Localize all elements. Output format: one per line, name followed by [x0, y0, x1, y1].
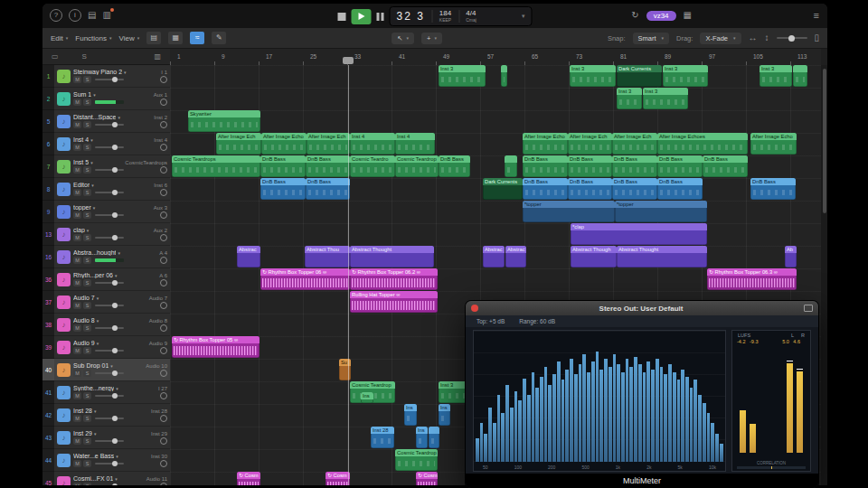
- region[interactable]: DnB Bass: [612, 178, 657, 200]
- region[interactable]: After Image Echo: [750, 133, 797, 155]
- region[interactable]: Abstract Thought: [617, 246, 707, 267]
- lcd-display[interactable]: 32 3 184 KEEP 4/4 Cmaj ▾: [390, 6, 533, 26]
- region[interactable]: [429, 427, 439, 448]
- track-header[interactable]: ♪Water...e Bass▾Inst 30MS: [54, 449, 170, 472]
- mute-button[interactable]: M: [73, 347, 81, 354]
- mute-button[interactable]: M: [73, 166, 81, 174]
- pan-knob[interactable]: [160, 99, 167, 106]
- volume-slider[interactable]: [95, 463, 124, 465]
- pan-knob[interactable]: [160, 370, 167, 377]
- chevron-down-icon[interactable]: ▾: [118, 250, 120, 256]
- region[interactable]: ↻ Rhythm Box Topper 06 ∞: [260, 268, 350, 290]
- region[interactable]: ↻ Cosm: [416, 472, 438, 485]
- pan-knob[interactable]: [160, 483, 167, 485]
- mute-button[interactable]: M: [73, 76, 81, 83]
- track-header[interactable]: ♪Rhyth...per 06▾A 6MS: [54, 268, 170, 291]
- track-header[interactable]: ♪Audio 8▾Audio 8MS: [54, 314, 170, 336]
- solo-button[interactable]: S: [83, 144, 91, 151]
- region[interactable]: Ins: [416, 427, 428, 448]
- region[interactable]: DnB Bass: [260, 155, 306, 177]
- scrollbar-thumb[interactable]: [823, 69, 826, 213]
- track-number[interactable]: 38: [42, 314, 54, 336]
- region[interactable]: DnB Bass: [657, 178, 703, 200]
- solo-button[interactable]: S: [83, 279, 91, 286]
- play-button[interactable]: [352, 9, 372, 24]
- region[interactable]: Abstrac: [505, 246, 526, 267]
- pan-knob[interactable]: [160, 324, 167, 332]
- region[interactable]: Ab: [785, 246, 797, 267]
- pan-knob[interactable]: [160, 211, 167, 219]
- info-icon[interactable]: i: [69, 9, 81, 22]
- pan-knob[interactable]: [160, 347, 167, 354]
- track-header[interactable]: ♪Distant...Space▾Inst 2MS: [54, 110, 170, 133]
- region[interactable]: Inst 3: [439, 65, 486, 87]
- pause-button[interactable]: [377, 13, 384, 21]
- chevron-down-icon[interactable]: ▾: [91, 183, 94, 188]
- region[interactable]: Inst 4: [350, 133, 395, 155]
- track-header[interactable]: ♪Sub Drop 01▾Audio 10MS: [54, 359, 170, 381]
- track-header[interactable]: ♪clap▾Aux 2MS: [54, 223, 170, 246]
- panel-toggle-icon[interactable]: ▥: [154, 52, 161, 61]
- track-name[interactable]: Cosmi...FX 01: [73, 475, 113, 482]
- region[interactable]: After Image Echoes: [657, 133, 748, 155]
- solo-button[interactable]: S: [83, 370, 91, 377]
- track-header[interactable]: ♪Cosmi...FX 01▾Audio 11MS: [54, 472, 170, 485]
- region[interactable]: After Image Ech: [307, 133, 350, 155]
- region[interactable]: DnB Bass: [703, 155, 748, 177]
- volume-slider[interactable]: [95, 305, 124, 306]
- track-number[interactable]: 37: [42, 291, 54, 314]
- volume-slider[interactable]: [95, 350, 124, 352]
- region[interactable]: [505, 155, 517, 177]
- pan-knob[interactable]: [160, 166, 167, 174]
- region[interactable]: ↻ Rhythm Box Topper 05 ∞: [172, 336, 259, 358]
- region[interactable]: Abstrac: [237, 246, 260, 267]
- track-number[interactable]: 9: [42, 201, 54, 223]
- playhead-line[interactable]: [348, 65, 349, 485]
- track-header[interactable]: ♪Inst 28▾Inst 28MS: [54, 404, 170, 427]
- chevron-down-icon[interactable]: ▾: [93, 205, 96, 211]
- mute-button[interactable]: M: [73, 324, 81, 332]
- region[interactable]: ↻ Rhythm Box Topper 06.3 ∞: [707, 268, 797, 290]
- chevron-down-icon[interactable]: ▾: [94, 408, 97, 414]
- region[interactable]: After Image Echo: [261, 133, 307, 155]
- region[interactable]: Rolling Hat Topper ∞: [350, 291, 438, 313]
- region[interactable]: DnB Bass: [612, 155, 657, 177]
- mixer-icon[interactable]: ▦: [684, 9, 692, 22]
- solo-button[interactable]: S: [83, 189, 91, 196]
- mute-button[interactable]: M: [73, 189, 81, 196]
- track-number[interactable]: 13: [42, 223, 54, 246]
- track-header[interactable]: ♪Audio 7▾Audio 7MS: [54, 291, 170, 314]
- region[interactable]: Abstract Thou: [305, 246, 350, 267]
- chevron-down-icon[interactable]: ▾: [90, 160, 93, 165]
- region[interactable]: DnB Bass: [750, 178, 796, 200]
- volume-slider[interactable]: [95, 372, 124, 374]
- snap-select[interactable]: Smart▾: [633, 33, 670, 44]
- track-name[interactable]: Inst 29: [73, 430, 92, 436]
- track-header[interactable]: ♪Editor▾Inst 6MS: [54, 178, 170, 201]
- solo-button[interactable]: S: [83, 460, 91, 467]
- region[interactable]: Inst 28: [371, 427, 394, 448]
- plugin-titlebar[interactable]: Stereo Out: User Default: [466, 301, 818, 315]
- track-number[interactable]: 42: [42, 404, 54, 427]
- toolbar-toggle-icon[interactable]: ▤: [88, 9, 96, 22]
- region[interactable]: DnB Bass: [260, 178, 306, 200]
- volume-slider[interactable]: [95, 214, 124, 216]
- menu-functions[interactable]: Functions▾: [75, 34, 111, 42]
- track-number[interactable]: 41: [42, 381, 54, 404]
- pan-knob[interactable]: [160, 189, 167, 196]
- region[interactable]: *topper: [615, 201, 707, 222]
- region[interactable]: [501, 65, 507, 87]
- solo-button[interactable]: S: [83, 415, 91, 422]
- pencil-tool-icon[interactable]: ✎: [212, 32, 226, 44]
- track-header[interactable]: ♪Inst 29▾Inst 29MS: [54, 427, 170, 449]
- track-header[interactable]: ♪Inst 5▾CosmicTeardropsMS: [54, 155, 170, 178]
- pan-knob[interactable]: [160, 76, 167, 83]
- volume-slider[interactable]: [95, 146, 124, 148]
- track-number[interactable]: 6: [42, 133, 54, 155]
- track-header[interactable]: ♪Audio 9▾Audio 9MS: [54, 336, 170, 359]
- track-name[interactable]: Steinway Piano 2: [73, 69, 122, 75]
- mute-button[interactable]: M: [73, 392, 81, 399]
- pan-knob[interactable]: [160, 121, 167, 128]
- grid-view-icon[interactable]: ▦: [168, 32, 183, 44]
- region[interactable]: ↻ Cosm: [237, 472, 260, 485]
